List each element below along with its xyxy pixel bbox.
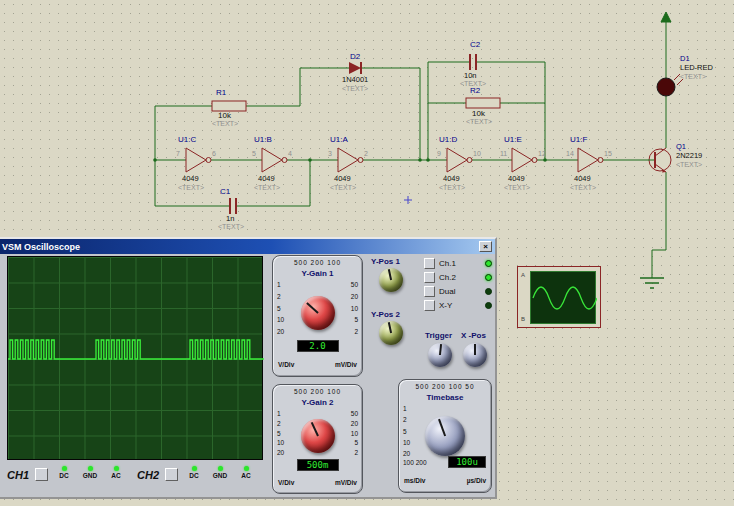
knob-pointer bbox=[438, 419, 446, 436]
knob-pointer bbox=[388, 322, 392, 333]
u1c-ref: U1:C bbox=[178, 136, 196, 144]
ygain2-vdiv: V/Div bbox=[278, 479, 294, 486]
tick: 2 bbox=[277, 293, 281, 300]
u1c-value: 4049 bbox=[182, 175, 199, 183]
inverter-u1a[interactable] bbox=[338, 148, 363, 172]
tick: 5 bbox=[354, 439, 358, 446]
tick: 5 bbox=[277, 430, 281, 437]
u1a-pin-out: 2 bbox=[364, 150, 368, 157]
ch2-gnd[interactable]: GND bbox=[210, 466, 230, 479]
ypos2-knob[interactable] bbox=[379, 321, 403, 345]
knob-pointer bbox=[388, 269, 392, 280]
r1-value: 10k bbox=[218, 112, 231, 120]
inverter-u1b[interactable] bbox=[262, 148, 287, 172]
resistor-r2[interactable] bbox=[466, 98, 500, 108]
c2-text: <TEXT> bbox=[460, 80, 486, 87]
trigger-label: Trigger bbox=[425, 331, 452, 340]
d2-ref: D2 bbox=[350, 53, 360, 61]
tick: 10 bbox=[351, 305, 358, 312]
ch2-coupling-button[interactable] bbox=[165, 468, 178, 481]
mode-dual-led bbox=[485, 288, 492, 295]
ygain2-top-scale: 500 200 100 bbox=[273, 388, 362, 395]
tick: 5 bbox=[403, 428, 407, 435]
mode-ch2-button[interactable] bbox=[424, 272, 435, 283]
capacitor-c1[interactable] bbox=[230, 198, 236, 214]
inverter-u1d[interactable] bbox=[447, 148, 472, 172]
graph-trace-b-label: B bbox=[521, 316, 525, 322]
u1b-pin-out: 4 bbox=[288, 150, 292, 157]
ygain1-knob[interactable] bbox=[301, 296, 335, 330]
ygain2-knob[interactable] bbox=[301, 419, 335, 453]
diode-d2[interactable] bbox=[349, 62, 361, 74]
mode-dual-button[interactable] bbox=[424, 286, 435, 297]
transistor-q1[interactable] bbox=[643, 148, 671, 173]
ygain1-panel: 500 200 100 Y-Gain 1 1 2 5 10 20 50 20 1… bbox=[272, 255, 363, 377]
ypos1-knob[interactable] bbox=[379, 268, 403, 292]
timebase-label: Timebase bbox=[399, 393, 491, 402]
ypos1-label: Y-Pos 1 bbox=[371, 257, 400, 266]
power-terminal[interactable] bbox=[661, 12, 671, 36]
ch1-ac-label: AC bbox=[111, 472, 120, 479]
u1d-pin-out: 10 bbox=[473, 150, 481, 157]
u1a-value: 4049 bbox=[334, 175, 351, 183]
timebase-usdiv: µs/Div bbox=[467, 477, 486, 484]
ch2-dc[interactable]: DC bbox=[184, 466, 204, 479]
window-titlebar[interactable]: VSM Oscilloscope × bbox=[0, 239, 495, 254]
graph-screen bbox=[530, 271, 596, 324]
mode-ch1-button[interactable] bbox=[424, 258, 435, 269]
capacitor-c2[interactable] bbox=[470, 54, 476, 70]
ch1-ac[interactable]: AC bbox=[106, 466, 126, 479]
r2-value: 10k bbox=[472, 110, 485, 118]
u1f-pin-out: 15 bbox=[604, 150, 612, 157]
ch1-coupling-button[interactable] bbox=[35, 468, 48, 481]
knob-pointer bbox=[439, 344, 442, 355]
tick: 20 bbox=[351, 293, 358, 300]
inverter-u1e[interactable] bbox=[512, 148, 537, 172]
close-icon[interactable]: × bbox=[479, 241, 492, 252]
trigger-knob[interactable] bbox=[428, 343, 452, 367]
q1-ref: Q1 bbox=[676, 143, 686, 151]
tick: 5 bbox=[277, 305, 281, 312]
ygain2-panel: 500 200 100 Y-Gain 2 1 2 5 10 20 50 20 1… bbox=[272, 384, 363, 494]
u1d-ref: U1:D bbox=[439, 136, 457, 144]
xpos-label: X -Pos bbox=[461, 331, 486, 340]
u1a-pin-in: 3 bbox=[328, 150, 332, 157]
oscilloscope-panel: CH1 DC GND AC CH2 DC GND AC 500 200 100 … bbox=[0, 254, 495, 497]
knob-pointer bbox=[310, 422, 318, 436]
u1b-value: 4049 bbox=[258, 175, 275, 183]
timebase-left-scale: 1 2 5 10 20 bbox=[403, 405, 410, 457]
tick: 50 bbox=[351, 281, 358, 288]
ch1-input-controls: CH1 DC GND AC bbox=[7, 466, 126, 481]
r2-ref: R2 bbox=[470, 87, 480, 95]
ch2-gnd-led bbox=[218, 466, 223, 471]
q1-text: <TEXT> bbox=[676, 161, 702, 168]
timebase-knob[interactable] bbox=[425, 416, 465, 456]
inverter-u1c[interactable] bbox=[186, 148, 211, 172]
c1-value: 1n bbox=[226, 215, 234, 223]
mode-ch1-label: Ch.1 bbox=[439, 259, 481, 268]
crt-display bbox=[7, 256, 263, 460]
mode-row-dual: Dual bbox=[424, 286, 492, 297]
mode-xy-button[interactable] bbox=[424, 300, 435, 311]
tick: 20 bbox=[403, 450, 410, 457]
timebase-display: 100u bbox=[448, 456, 486, 468]
ygain1-left-scale: 1 2 5 10 20 bbox=[277, 281, 284, 335]
knob-pointer bbox=[474, 344, 476, 355]
tick: 1 bbox=[403, 405, 407, 412]
ch1-gnd[interactable]: GND bbox=[80, 466, 100, 479]
ch2-ac[interactable]: AC bbox=[236, 466, 256, 479]
timebase-top-scale: 500 200 100 50 bbox=[399, 383, 491, 390]
ground-symbol[interactable] bbox=[640, 278, 664, 288]
resistor-r1[interactable] bbox=[212, 101, 246, 111]
mode-buttons: Ch.1 Ch.2 Dual X-Y bbox=[424, 258, 492, 314]
u1b-pin-in: 5 bbox=[252, 150, 256, 157]
ch1-dc[interactable]: DC bbox=[54, 466, 74, 479]
xpos-knob[interactable] bbox=[463, 343, 487, 367]
c2-value: 10n bbox=[464, 72, 477, 80]
d2-value: 1N4001 bbox=[342, 76, 368, 84]
timebase-bottom-scale: 100 200 bbox=[403, 459, 427, 466]
analogue-graph-thumbnail[interactable]: A B bbox=[517, 266, 601, 328]
ygain1-top-scale: 500 200 100 bbox=[273, 259, 362, 266]
u1f-value: 4049 bbox=[574, 175, 591, 183]
inverter-u1f[interactable] bbox=[578, 148, 603, 172]
